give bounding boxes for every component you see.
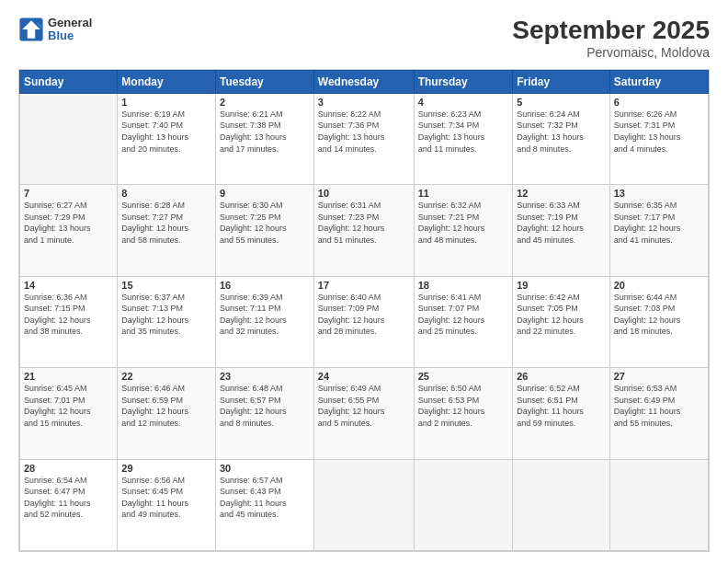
day-info: Sunrise: 6:45 AM Sunset: 7:01 PM Dayligh… xyxy=(24,383,113,429)
calendar-cell: 26Sunrise: 6:52 AM Sunset: 6:51 PM Dayli… xyxy=(513,368,610,459)
day-number: 16 xyxy=(220,280,310,291)
calendar-cell: 1Sunrise: 6:19 AM Sunset: 7:40 PM Daylig… xyxy=(118,93,216,184)
day-number: 1 xyxy=(121,97,211,108)
day-info: Sunrise: 6:22 AM Sunset: 7:36 PM Dayligh… xyxy=(318,109,410,155)
calendar-cell: 18Sunrise: 6:41 AM Sunset: 7:07 PM Dayli… xyxy=(414,276,513,367)
calendar-cell: 4Sunrise: 6:23 AM Sunset: 7:34 PM Daylig… xyxy=(414,93,513,184)
day-number: 3 xyxy=(318,97,410,108)
calendar-cell: 10Sunrise: 6:31 AM Sunset: 7:23 PM Dayli… xyxy=(313,185,414,276)
calendar-body: 1Sunrise: 6:19 AM Sunset: 7:40 PM Daylig… xyxy=(20,93,709,550)
day-info: Sunrise: 6:21 AM Sunset: 7:38 PM Dayligh… xyxy=(220,109,310,155)
day-info: Sunrise: 6:23 AM Sunset: 7:34 PM Dayligh… xyxy=(418,109,509,155)
location: Pervomaisc, Moldova xyxy=(512,45,710,60)
day-number: 18 xyxy=(418,280,509,291)
calendar-cell xyxy=(513,459,610,550)
day-info: Sunrise: 6:49 AM Sunset: 6:55 PM Dayligh… xyxy=(318,383,410,429)
calendar-cell: 19Sunrise: 6:42 AM Sunset: 7:05 PM Dayli… xyxy=(513,276,610,367)
calendar-cell: 7Sunrise: 6:27 AM Sunset: 7:29 PM Daylig… xyxy=(20,185,118,276)
calendar-header-row: SundayMondayTuesdayWednesdayThursdayFrid… xyxy=(20,70,709,93)
logo: General Blue xyxy=(18,17,92,43)
calendar-week-1: 1Sunrise: 6:19 AM Sunset: 7:40 PM Daylig… xyxy=(20,93,709,184)
day-info: Sunrise: 6:48 AM Sunset: 6:57 PM Dayligh… xyxy=(220,383,310,429)
day-info: Sunrise: 6:50 AM Sunset: 6:53 PM Dayligh… xyxy=(418,383,509,429)
day-info: Sunrise: 6:46 AM Sunset: 6:59 PM Dayligh… xyxy=(121,383,211,429)
calendar-cell: 22Sunrise: 6:46 AM Sunset: 6:59 PM Dayli… xyxy=(118,368,216,459)
day-number: 24 xyxy=(318,371,410,382)
day-info: Sunrise: 6:32 AM Sunset: 7:21 PM Dayligh… xyxy=(418,200,509,246)
day-number: 30 xyxy=(220,463,310,474)
day-info: Sunrise: 6:42 AM Sunset: 7:05 PM Dayligh… xyxy=(517,292,606,338)
day-info: Sunrise: 6:40 AM Sunset: 7:09 PM Dayligh… xyxy=(318,292,410,338)
day-info: Sunrise: 6:57 AM Sunset: 6:43 PM Dayligh… xyxy=(220,475,310,521)
logo-text: General Blue xyxy=(48,17,92,43)
day-of-week-monday: Monday xyxy=(118,70,216,93)
day-info: Sunrise: 6:52 AM Sunset: 6:51 PM Dayligh… xyxy=(517,383,606,429)
calendar-cell: 24Sunrise: 6:49 AM Sunset: 6:55 PM Dayli… xyxy=(313,368,414,459)
calendar-cell: 13Sunrise: 6:35 AM Sunset: 7:17 PM Dayli… xyxy=(609,185,708,276)
page-header: General Blue September 2025 Pervomaisc, … xyxy=(18,17,710,60)
day-info: Sunrise: 6:53 AM Sunset: 6:49 PM Dayligh… xyxy=(614,383,704,429)
day-of-week-friday: Friday xyxy=(513,70,610,93)
calendar-cell: 15Sunrise: 6:37 AM Sunset: 7:13 PM Dayli… xyxy=(118,276,216,367)
calendar-cell: 30Sunrise: 6:57 AM Sunset: 6:43 PM Dayli… xyxy=(215,459,313,550)
day-number: 28 xyxy=(24,463,113,474)
day-number: 27 xyxy=(614,371,704,382)
calendar-week-3: 14Sunrise: 6:36 AM Sunset: 7:15 PM Dayli… xyxy=(20,276,709,367)
calendar-cell: 2Sunrise: 6:21 AM Sunset: 7:38 PM Daylig… xyxy=(215,93,313,184)
day-number: 4 xyxy=(418,97,509,108)
day-of-week-saturday: Saturday xyxy=(609,70,708,93)
logo-line1: General xyxy=(48,17,92,29)
calendar-cell: 16Sunrise: 6:39 AM Sunset: 7:11 PM Dayli… xyxy=(215,276,313,367)
calendar-cell: 23Sunrise: 6:48 AM Sunset: 6:57 PM Dayli… xyxy=(215,368,313,459)
day-info: Sunrise: 6:33 AM Sunset: 7:19 PM Dayligh… xyxy=(517,200,606,246)
day-info: Sunrise: 6:28 AM Sunset: 7:27 PM Dayligh… xyxy=(121,200,211,246)
day-number: 8 xyxy=(121,188,211,199)
calendar-cell: 3Sunrise: 6:22 AM Sunset: 7:36 PM Daylig… xyxy=(313,93,414,184)
calendar-cell xyxy=(414,459,513,550)
calendar-cell: 29Sunrise: 6:56 AM Sunset: 6:45 PM Dayli… xyxy=(118,459,216,550)
calendar-cell: 12Sunrise: 6:33 AM Sunset: 7:19 PM Dayli… xyxy=(513,185,610,276)
day-info: Sunrise: 6:37 AM Sunset: 7:13 PM Dayligh… xyxy=(121,292,211,338)
calendar: SundayMondayTuesdayWednesdayThursdayFrid… xyxy=(18,69,710,552)
day-info: Sunrise: 6:36 AM Sunset: 7:15 PM Dayligh… xyxy=(24,292,113,338)
calendar-cell: 14Sunrise: 6:36 AM Sunset: 7:15 PM Dayli… xyxy=(20,276,118,367)
day-number: 20 xyxy=(614,280,704,291)
calendar-cell xyxy=(609,459,708,550)
day-number: 9 xyxy=(220,188,310,199)
day-info: Sunrise: 6:54 AM Sunset: 6:47 PM Dayligh… xyxy=(24,475,113,521)
day-number: 15 xyxy=(121,280,211,291)
calendar-cell: 28Sunrise: 6:54 AM Sunset: 6:47 PM Dayli… xyxy=(20,459,118,550)
day-info: Sunrise: 6:35 AM Sunset: 7:17 PM Dayligh… xyxy=(614,200,704,246)
day-number: 22 xyxy=(121,371,211,382)
day-of-week-thursday: Thursday xyxy=(414,70,513,93)
day-info: Sunrise: 6:27 AM Sunset: 7:29 PM Dayligh… xyxy=(24,200,113,246)
day-of-week-tuesday: Tuesday xyxy=(215,70,313,93)
day-number: 17 xyxy=(318,280,410,291)
day-number: 13 xyxy=(614,188,704,199)
day-number: 12 xyxy=(517,188,606,199)
calendar-cell: 5Sunrise: 6:24 AM Sunset: 7:32 PM Daylig… xyxy=(513,93,610,184)
calendar-cell: 6Sunrise: 6:26 AM Sunset: 7:31 PM Daylig… xyxy=(609,93,708,184)
day-info: Sunrise: 6:26 AM Sunset: 7:31 PM Dayligh… xyxy=(614,109,704,155)
calendar-cell: 11Sunrise: 6:32 AM Sunset: 7:21 PM Dayli… xyxy=(414,185,513,276)
day-number: 29 xyxy=(121,463,211,474)
day-number: 10 xyxy=(318,188,410,199)
day-info: Sunrise: 6:39 AM Sunset: 7:11 PM Dayligh… xyxy=(220,292,310,338)
calendar-cell xyxy=(313,459,414,550)
day-info: Sunrise: 6:31 AM Sunset: 7:23 PM Dayligh… xyxy=(318,200,410,246)
day-number: 26 xyxy=(517,371,606,382)
calendar-cell: 20Sunrise: 6:44 AM Sunset: 7:03 PM Dayli… xyxy=(609,276,708,367)
calendar-cell: 17Sunrise: 6:40 AM Sunset: 7:09 PM Dayli… xyxy=(313,276,414,367)
logo-line2: Blue xyxy=(48,29,92,42)
day-number: 14 xyxy=(24,280,113,291)
calendar-week-4: 21Sunrise: 6:45 AM Sunset: 7:01 PM Dayli… xyxy=(20,368,709,459)
day-info: Sunrise: 6:41 AM Sunset: 7:07 PM Dayligh… xyxy=(418,292,509,338)
day-info: Sunrise: 6:19 AM Sunset: 7:40 PM Dayligh… xyxy=(121,109,211,155)
day-number: 25 xyxy=(418,371,509,382)
title-block: September 2025 Pervomaisc, Moldova xyxy=(512,17,710,60)
logo-icon xyxy=(18,17,44,42)
calendar-cell xyxy=(20,93,118,184)
calendar-cell: 21Sunrise: 6:45 AM Sunset: 7:01 PM Dayli… xyxy=(20,368,118,459)
calendar-cell: 9Sunrise: 6:30 AM Sunset: 7:25 PM Daylig… xyxy=(215,185,313,276)
day-number: 23 xyxy=(220,371,310,382)
